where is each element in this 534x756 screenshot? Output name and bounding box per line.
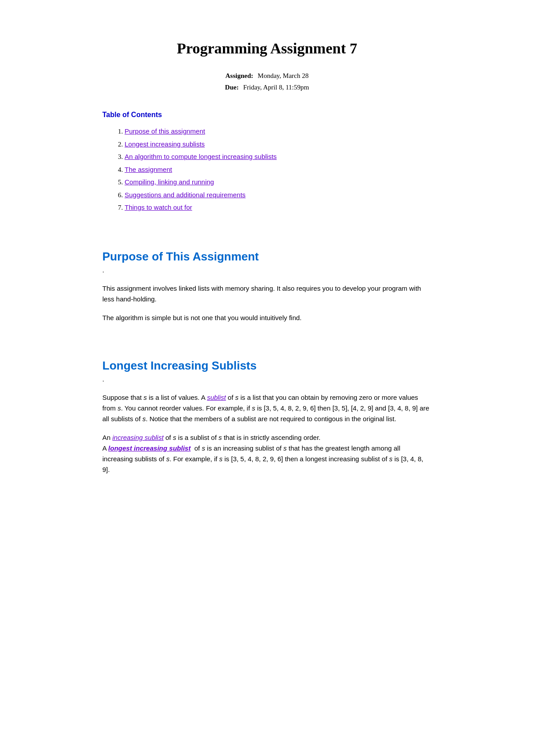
longest-heading: Longest Increasing Sublists xyxy=(102,359,432,373)
toc-link-5[interactable]: Compiling, linking and running xyxy=(125,178,214,186)
toc-item-1: Purpose of this assignment xyxy=(125,125,432,138)
assigned-label: Assigned: xyxy=(226,70,254,82)
due-row: Due: Friday, April 8, 11:59pm xyxy=(102,82,432,93)
longest-content: Suppose that s is a list of values. A su… xyxy=(102,392,432,475)
assigned-value: Monday, March 28 xyxy=(258,70,308,82)
toc-item-7: Things to watch out for xyxy=(125,201,432,214)
purpose-para-2: The algorithm is simple but is not one t… xyxy=(102,313,432,323)
sublist-link[interactable]: sublist xyxy=(207,394,226,401)
purpose-heading: Purpose of This Assignment xyxy=(102,250,432,264)
toc-title: Table of Contents xyxy=(102,111,432,119)
assigned-row: Assigned: Monday, March 28 xyxy=(102,70,432,82)
toc-item-5: Compiling, linking and running xyxy=(125,176,432,189)
increasing-sublist-link[interactable]: increasing sublist xyxy=(113,434,164,441)
toc-item-3: An algorithm to compute longest increasi… xyxy=(125,150,432,163)
longest-para-1: Suppose that s is a list of values. A su… xyxy=(102,392,432,424)
toc-item-6: Suggestions and additional requirements xyxy=(125,189,432,202)
longest-section: Longest Increasing Sublists . Suppose th… xyxy=(102,359,432,475)
toc-link-4[interactable]: The assignment xyxy=(125,166,172,173)
longest-para-2: An increasing sublist of s is a sublist … xyxy=(102,432,432,475)
purpose-para-1: This assignment involves linked lists wi… xyxy=(102,283,432,305)
due-value: Friday, April 8, 11:59pm xyxy=(243,82,309,93)
toc-list: Purpose of this assignment Longest incre… xyxy=(102,125,432,214)
assignment-meta: Assigned: Monday, March 28 Due: Friday, … xyxy=(102,70,432,93)
toc-link-2[interactable]: Longest increasing sublists xyxy=(125,140,205,148)
page-container: Programming Assignment 7 Assigned: Monda… xyxy=(67,0,467,510)
longest-increasing-sublist-link[interactable]: longest increasing sublist xyxy=(108,444,190,452)
purpose-dot: . xyxy=(102,266,432,274)
toc-section: Table of Contents Purpose of this assign… xyxy=(102,111,432,214)
toc-link-3[interactable]: An algorithm to compute longest increasi… xyxy=(125,153,277,160)
toc-link-6[interactable]: Suggestions and additional requirements xyxy=(125,191,246,199)
main-title: Programming Assignment 7 xyxy=(102,40,432,57)
toc-item-4: The assignment xyxy=(125,163,432,176)
due-label: Due: xyxy=(225,82,239,93)
purpose-content: This assignment involves linked lists wi… xyxy=(102,283,432,323)
toc-link-7[interactable]: Things to watch out for xyxy=(125,203,192,211)
longest-dot: . xyxy=(102,375,432,383)
purpose-section: Purpose of This Assignment . This assign… xyxy=(102,250,432,323)
toc-link-1[interactable]: Purpose of this assignment xyxy=(125,127,205,135)
toc-item-2: Longest increasing sublists xyxy=(125,138,432,151)
